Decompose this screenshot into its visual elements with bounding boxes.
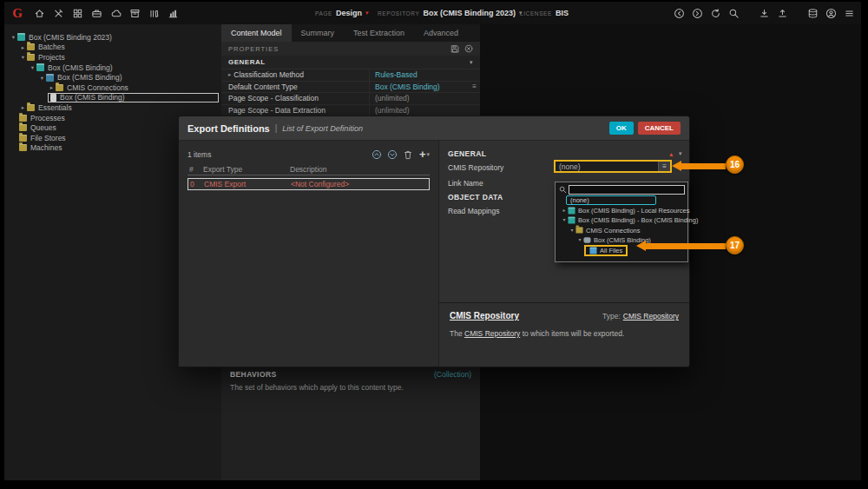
tree-item[interactable]: ▾ Box (CMIS Binding) <box>4 72 221 83</box>
toolbar-right <box>674 2 855 24</box>
back-icon[interactable] <box>674 8 685 19</box>
search-icon[interactable] <box>728 8 740 19</box>
general-section-header[interactable]: GENERAL ▾ <box>221 56 480 69</box>
add-dropdown-icon[interactable]: ▾ <box>426 151 430 158</box>
property-value[interactable]: (unlimited) <box>369 105 480 116</box>
help-title: CMIS Repository <box>450 311 519 320</box>
top-bar: G PAGE Design ▾ REPOSITORY Box (CMIS Bin… <box>4 2 861 24</box>
tree-item-label: Processes <box>30 114 65 122</box>
repository-label: REPOSITORY <box>378 10 419 17</box>
hammer-wrench-icon[interactable] <box>53 8 64 19</box>
grid-icon[interactable] <box>72 8 83 19</box>
property-row[interactable]: ▸Classification Method Rules-Based <box>221 69 480 82</box>
tab-test-extraction[interactable]: Test Extraction <box>344 24 414 42</box>
move-up-button[interactable] <box>372 149 382 160</box>
expand-arrow[interactable]: ▾ <box>561 215 568 225</box>
tree-item[interactable]: ▸ Essentials <box>4 102 221 113</box>
help-desc-link: CMIS Repository <box>464 329 520 338</box>
items-count: 1 items <box>187 150 211 159</box>
table-row[interactable]: 0 CMIS Export <Not Configured> <box>187 178 430 190</box>
close-circle-icon[interactable] <box>464 44 473 53</box>
expand-arrow[interactable]: ▸ <box>48 83 56 92</box>
cancel-button[interactable]: CANCEL <box>638 122 681 135</box>
warning-icon: ▲ <box>668 151 674 157</box>
behaviors-value[interactable]: (Collection) <box>434 370 471 379</box>
property-row[interactable]: Default Content Type Box (CMIS Binding) … <box>221 82 480 94</box>
expand-arrow[interactable]: ▸ <box>228 71 231 78</box>
tree-item-selected[interactable]: Box (CMIS Binding) <box>4 93 221 103</box>
tab-content-model[interactable]: Content Model <box>221 24 292 42</box>
expand-arrow[interactable]: ▸ <box>561 206 568 215</box>
page-selector[interactable]: PAGE Design ▾ <box>315 2 369 24</box>
books-icon[interactable] <box>148 8 160 19</box>
upload-icon[interactable] <box>777 8 788 19</box>
expand-arrow[interactable]: ▾ <box>10 32 17 42</box>
expand-arrow[interactable]: ▾ <box>569 226 575 235</box>
repository-search-input[interactable] <box>569 185 685 195</box>
property-value[interactable]: (unlimited) <box>369 93 480 104</box>
cloud-icon[interactable] <box>110 8 122 19</box>
expand-arrow[interactable]: ▾ <box>19 52 27 62</box>
dropdown-item[interactable]: ▸ Box (CMIS Binding) - Local Resources <box>557 206 686 216</box>
property-row[interactable]: Page Scope - Classification (unlimited) <box>221 93 480 105</box>
dropdown-item[interactable]: ▾ CMIS Connections <box>557 226 686 236</box>
dropdown-item-label: CMIS Connections <box>586 227 641 235</box>
tab-summary[interactable]: Summary <box>292 24 345 42</box>
save-icon[interactable] <box>450 44 459 53</box>
home-icon[interactable] <box>34 8 45 19</box>
tree-item-label: Projects <box>38 53 65 62</box>
expand-arrow[interactable]: ▸ <box>19 102 27 112</box>
tree-item[interactable]: ▾ Box (CMIS Binding 2023) <box>4 32 221 43</box>
expand-arrow[interactable]: ▾ <box>29 63 36 72</box>
dropdown-menu-icon[interactable]: ≡ <box>472 83 477 90</box>
forward-icon[interactable] <box>692 8 703 19</box>
link-name-label: Link Name <box>448 179 483 188</box>
expand-arrow[interactable]: ▾ <box>576 235 583 245</box>
chevron-down-icon: ▾ <box>365 10 369 17</box>
combo-menu-button[interactable]: ≡ <box>658 162 670 171</box>
repository-value: Box (CMIS Binding 2023) <box>423 9 516 17</box>
user-icon[interactable] <box>825 8 837 19</box>
add-item-button[interactable]: + <box>419 149 426 160</box>
briefcase-icon[interactable] <box>91 8 102 19</box>
tree-item-label: File Stores <box>30 134 66 142</box>
move-down-button[interactable] <box>387 149 398 160</box>
download-icon[interactable] <box>759 8 770 19</box>
behaviors-description: The set of behaviors which apply to this… <box>221 380 480 392</box>
row-export-type: CMIS Export <box>204 180 291 188</box>
general-section-header[interactable]: GENERAL ▲ ▾ <box>448 149 682 158</box>
bar-chart-icon[interactable] <box>168 8 179 19</box>
cmis-repository-combo[interactable]: (none) ≡ <box>554 160 672 173</box>
tree-item[interactable]: ▸ CMIS Connections <box>4 83 221 93</box>
database-icon[interactable] <box>807 8 819 19</box>
property-value[interactable]: Rules-Based <box>369 69 480 81</box>
archive-box-icon[interactable] <box>129 8 141 19</box>
expand-arrow[interactable]: ▾ <box>38 73 46 83</box>
dropdown-item-selected[interactable]: (none) <box>557 195 686 206</box>
combo-value: (none) <box>556 162 581 171</box>
help-type-value: CMIS Repository <box>623 312 679 320</box>
tree-item[interactable]: ▾ Projects <box>4 52 221 63</box>
menu-icon[interactable] <box>844 8 855 19</box>
tree-item[interactable]: ▸ Batches <box>4 43 221 53</box>
ok-button[interactable]: OK <box>609 122 634 135</box>
general-title: GENERAL <box>228 58 266 66</box>
property-value[interactable]: Box (CMIS Binding) <box>369 82 472 93</box>
delete-icon[interactable] <box>403 149 413 160</box>
tree-item-label: Box (CMIS Binding) <box>60 93 125 102</box>
dialog-header: Export Definitions | List of Export Defi… <box>179 116 689 141</box>
property-row[interactable]: Page Scope - Data Extraction (unlimited) <box>221 105 480 117</box>
expand-arrow[interactable]: ▸ <box>19 43 27 52</box>
folder-icon <box>19 135 27 142</box>
help-desc-suffix: to which items will be exported. <box>520 329 624 338</box>
page-value: Design <box>336 9 362 17</box>
refresh-icon[interactable] <box>710 8 721 19</box>
property-help-pane: CMIS Repository Type: CMIS Repository Th… <box>439 302 689 367</box>
licensee-info: LICENSEE BIS <box>520 2 569 24</box>
chevron-down-icon: ▾ <box>470 59 473 66</box>
licensee-label: LICENSEE <box>520 10 552 17</box>
tree-item[interactable]: ▾ Box (CMIS Binding) <box>4 63 221 73</box>
dropdown-item[interactable]: ▾ Box (CMIS Binding) - Box (CMIS Binding… <box>557 215 686 226</box>
tab-advanced[interactable]: Advanced <box>414 24 468 42</box>
repository-selector[interactable]: REPOSITORY Box (CMIS Binding 2023) ▾ <box>378 2 522 24</box>
